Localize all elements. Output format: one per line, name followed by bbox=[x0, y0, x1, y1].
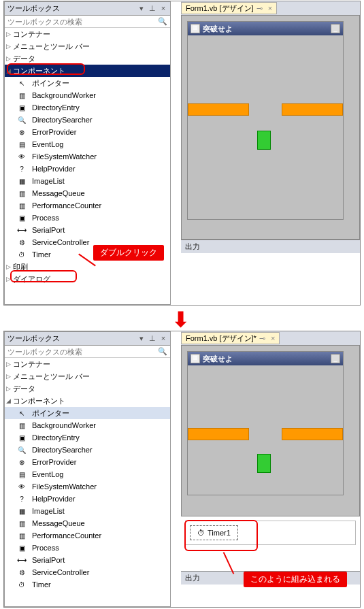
perf-icon: ▥ bbox=[17, 201, 27, 210]
item-eventlog[interactable]: ▤EventLog bbox=[5, 468, 170, 480]
item-errorprovider[interactable]: ⊗ErrorProvider bbox=[5, 126, 170, 138]
item-process[interactable]: ▣Process bbox=[5, 542, 170, 554]
dirent-icon: ▣ bbox=[17, 433, 27, 442]
item-serialport[interactable]: ⟷SerialPort bbox=[5, 554, 170, 566]
category-components[interactable]: ◢コンポーネント bbox=[5, 395, 170, 407]
close-tab-icon[interactable]: × bbox=[268, 4, 272, 12]
toolbox-search[interactable]: 🔍 bbox=[5, 346, 170, 358]
output-header[interactable]: 出力 bbox=[181, 240, 360, 253]
item-imagelist[interactable]: ▦ImageList bbox=[5, 505, 170, 517]
item-perfcounter[interactable]: ▥PerformanceCounter bbox=[5, 199, 170, 212]
item-eventlog[interactable]: ▤EventLog bbox=[5, 138, 170, 150]
timer-icon: ⏱ bbox=[17, 250, 27, 259]
item-perfcounter[interactable]: ▥PerformanceCounter bbox=[5, 529, 170, 542]
item-helpprovider[interactable]: ?HelpProvider bbox=[5, 493, 170, 505]
form-window[interactable]: ▦ 突破せよ _ bbox=[187, 21, 344, 220]
item-messagequeue[interactable]: ▥MessageQueue bbox=[5, 187, 170, 199]
form-titlebar: ▦ 突破せよ _ bbox=[188, 352, 343, 365]
minimize-icon[interactable]: _ bbox=[331, 354, 340, 363]
item-directoryentry[interactable]: ▣DirectoryEntry bbox=[5, 431, 170, 444]
item-helpprovider[interactable]: ?HelpProvider bbox=[5, 163, 170, 175]
category-menus[interactable]: ▷メニューとツール バー bbox=[5, 370, 170, 382]
designer-surface[interactable]: ▦ 突破せよ _ bbox=[181, 15, 360, 240]
green-block bbox=[257, 454, 271, 473]
error-icon: ⊗ bbox=[17, 127, 27, 137]
item-pointer[interactable]: ↖ポインター bbox=[5, 407, 170, 419]
down-arrow-icon: ⬇ bbox=[172, 308, 189, 331]
form-title-text: 突破せよ bbox=[203, 354, 328, 364]
process-icon: ▣ bbox=[17, 213, 27, 223]
error-icon: ⊗ bbox=[17, 457, 27, 467]
toolbox-title: ツールボックス bbox=[7, 3, 137, 14]
tab-form1[interactable]: Form1.vb [デザイン]* ⊸ × bbox=[181, 332, 280, 344]
category-data[interactable]: ▷データ bbox=[5, 382, 170, 395]
minimize-icon[interactable]: _ bbox=[331, 24, 340, 33]
category-container[interactable]: ▷コンテナー bbox=[5, 28, 170, 40]
form-title-text: 突破せよ bbox=[203, 24, 328, 34]
tab-form1[interactable]: Form1.vb [デザイン] ⊸ × bbox=[181, 2, 277, 14]
close-icon[interactable]: × bbox=[159, 334, 167, 343]
search-input[interactable] bbox=[7, 348, 158, 356]
eventlog-icon: ▤ bbox=[17, 470, 27, 479]
pointer-icon: ↖ bbox=[17, 78, 27, 88]
pointer-icon: ↖ bbox=[17, 408, 27, 418]
dirsearch-icon: 🔍 bbox=[17, 445, 27, 455]
pin-icon[interactable]: ⊥ bbox=[148, 334, 156, 343]
callout-doubleclick: ダブルクリック bbox=[93, 245, 164, 261]
close-tab-icon[interactable]: × bbox=[271, 334, 275, 342]
designer-surface[interactable]: ▦ 突破せよ _ bbox=[181, 345, 360, 516]
callout-embed: このように組み込まれる bbox=[244, 572, 347, 587]
item-filesystemwatcher[interactable]: 👁FileSystemWatcher bbox=[5, 480, 170, 493]
dirent-icon: ▣ bbox=[17, 103, 27, 112]
serial-icon: ⟷ bbox=[17, 225, 27, 235]
tab-label: Form1.vb [デザイン] bbox=[186, 3, 254, 14]
tab-bar: Form1.vb [デザイン]* ⊸ × bbox=[181, 331, 360, 345]
form-window[interactable]: ▦ 突破せよ _ bbox=[187, 351, 344, 495]
dropdown-icon[interactable]: ▾ bbox=[137, 334, 146, 343]
pin-icon[interactable]: ⊥ bbox=[148, 4, 156, 13]
form-client[interactable] bbox=[188, 365, 343, 495]
close-icon[interactable]: × bbox=[159, 4, 167, 13]
search-input[interactable] bbox=[7, 18, 158, 26]
help-icon: ? bbox=[17, 164, 27, 174]
toolbox-title: ツールボックス bbox=[7, 333, 137, 344]
green-block bbox=[257, 131, 271, 150]
timer-icon: ⏱ bbox=[17, 580, 27, 589]
item-backgroundworker[interactable]: ▥BackgroundWorker bbox=[5, 419, 170, 431]
svc-icon: ⚙ bbox=[17, 237, 27, 247]
toolbox-search[interactable]: 🔍 bbox=[5, 16, 170, 28]
highlight-timer bbox=[10, 270, 77, 282]
item-directorysearcher[interactable]: 🔍DirectorySearcher bbox=[5, 114, 170, 126]
tab-label: Form1.vb [デザイン]* bbox=[186, 333, 257, 344]
dropdown-icon[interactable]: ▾ bbox=[137, 4, 146, 13]
item-errorprovider[interactable]: ⊗ErrorProvider bbox=[5, 456, 170, 468]
item-backgroundworker[interactable]: ▥BackgroundWorker bbox=[5, 89, 170, 101]
item-messagequeue[interactable]: ▥MessageQueue bbox=[5, 517, 170, 529]
item-filesystemwatcher[interactable]: 👁FileSystemWatcher bbox=[5, 150, 170, 163]
pin-icon[interactable]: ⊸ bbox=[257, 4, 263, 13]
item-pointer[interactable]: ↖ポインター bbox=[5, 77, 170, 89]
mq-icon: ▥ bbox=[17, 188, 27, 198]
worker-icon: ▥ bbox=[17, 90, 27, 100]
item-process[interactable]: ▣Process bbox=[5, 212, 170, 224]
item-serialport[interactable]: ⟷SerialPort bbox=[5, 224, 170, 236]
dirsearch-icon: 🔍 bbox=[17, 115, 27, 125]
category-container[interactable]: ▷コンテナー bbox=[5, 358, 170, 370]
serial-icon: ⟷ bbox=[17, 555, 27, 565]
item-directorysearcher[interactable]: 🔍DirectorySearcher bbox=[5, 444, 170, 456]
search-icon: 🔍 bbox=[158, 17, 167, 26]
item-timer[interactable]: ⏱Timer bbox=[5, 578, 170, 591]
item-imagelist[interactable]: ▦ImageList bbox=[5, 175, 170, 187]
highlight-components bbox=[7, 63, 85, 75]
process-icon: ▣ bbox=[17, 543, 27, 553]
pin-icon[interactable]: ⊸ bbox=[259, 334, 265, 343]
item-directoryentry[interactable]: ▣DirectoryEntry bbox=[5, 101, 170, 114]
form-icon: ▦ bbox=[191, 354, 200, 363]
form-client[interactable] bbox=[188, 35, 343, 219]
orange-right bbox=[282, 103, 343, 116]
help-icon: ? bbox=[17, 494, 27, 504]
item-servicecontroller[interactable]: ⚙ServiceController bbox=[5, 566, 170, 578]
category-menus[interactable]: ▷メニューとツール バー bbox=[5, 40, 170, 52]
worker-icon: ▥ bbox=[17, 421, 27, 430]
toolbox-header: ツールボックス ▾ ⊥ × bbox=[5, 2, 170, 16]
